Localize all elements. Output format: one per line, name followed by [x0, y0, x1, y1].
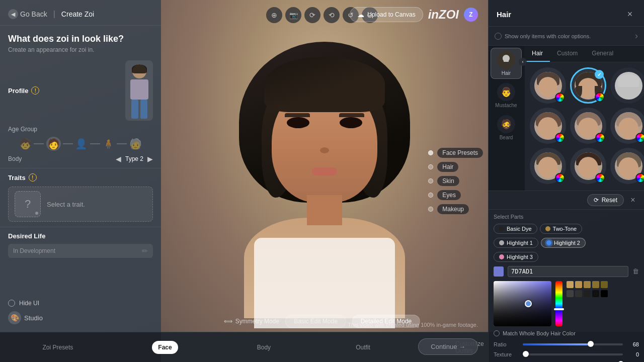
texture-handle[interactable]	[523, 351, 529, 357]
tab-hair-sub-general[interactable]: General	[585, 46, 620, 62]
ratio-handle[interactable]	[588, 341, 594, 347]
hue-slider[interactable]	[555, 281, 562, 326]
hair-style-5[interactable]	[570, 108, 606, 144]
profile-label: Profile	[8, 87, 28, 95]
match-whole-body-row[interactable]: Match Whole Body Hair Color	[494, 330, 639, 336]
swatch-dark-1[interactable]	[567, 290, 574, 297]
basic-edit-mode-button[interactable]: Basic Edit Mode	[285, 315, 346, 328]
swatch-dark-5[interactable]	[601, 290, 608, 297]
hair-style-9-color-ring	[635, 173, 644, 183]
hair-side-hair-item[interactable]: Hair ‹	[491, 48, 523, 79]
swatch-warm-3[interactable]	[584, 281, 591, 288]
match-whole-body-radio[interactable]	[494, 330, 500, 336]
title-separator: |	[53, 10, 55, 19]
reset-button[interactable]: ⟳ Reset	[587, 194, 624, 206]
texture-track[interactable]	[523, 353, 623, 355]
reset-bar: ⟳ Reset ×	[489, 191, 644, 210]
hair-style-3[interactable]	[610, 67, 644, 104]
face-eyes-dot	[428, 193, 433, 198]
desired-life-input[interactable]: In Development ✏	[8, 244, 153, 258]
tab-face[interactable]: Face	[152, 341, 178, 354]
age-infant-icon[interactable]: 🧒	[19, 138, 32, 150]
symmetry-mode-button[interactable]: ⟺ Symmetry Mode	[224, 318, 279, 325]
hex-input[interactable]	[508, 266, 628, 277]
highlight2-label: Highlight 2	[554, 240, 580, 246]
hair-type-beard-btn[interactable]: 🧔 Beard	[491, 112, 522, 143]
trait-dot	[35, 212, 38, 215]
delete-color-icon[interactable]: 🗑	[632, 267, 639, 275]
toolbar-transform-btn[interactable]: ⊕	[266, 7, 282, 23]
desired-life-title: Desired Life	[8, 232, 153, 240]
tab-body[interactable]: Body	[251, 341, 277, 354]
hair-style-2[interactable]: ✓	[570, 67, 606, 104]
toolbar-rotate-btn[interactable]: ⟲	[324, 7, 340, 23]
tab-outfit[interactable]: Outfit	[350, 341, 376, 354]
swatch-warm-2[interactable]	[575, 281, 582, 288]
tab-hair-sub-custom[interactable]: Custom	[550, 46, 585, 62]
face-menu-item-hair[interactable]: Hair	[428, 162, 483, 172]
hue-indicator	[554, 308, 564, 310]
continue-label: Continue →	[431, 343, 465, 350]
part-highlight3-btn[interactable]: Highlight 3	[494, 252, 538, 262]
body-nav: ◀ Type 2 ▶	[116, 155, 153, 163]
face-menu-item-presets[interactable]: Face Presets	[428, 148, 483, 158]
toolbar-camera-btn[interactable]: 📷	[285, 7, 301, 23]
age-track-seg4	[117, 143, 127, 144]
hide-ui-button[interactable]: Hide UI	[8, 300, 39, 307]
swatch-warm-5[interactable]	[601, 281, 608, 288]
swatch-dark-4[interactable]	[592, 290, 599, 297]
hair-style-4[interactable]	[530, 108, 566, 144]
hair-style-7[interactable]	[530, 148, 566, 184]
color-gradient-picker[interactable]	[494, 281, 551, 326]
ratio-track[interactable]	[523, 343, 623, 345]
face-menu-item-skin[interactable]: Skin	[428, 176, 483, 186]
part-basic-dye-btn[interactable]: Basic Dye	[494, 224, 537, 234]
swatch-warm-4[interactable]	[592, 281, 599, 288]
studio-button[interactable]: 🎨 Studio	[8, 311, 43, 324]
hair-style-4-color-ring	[555, 133, 565, 143]
body-next-button[interactable]: ▶	[147, 155, 153, 163]
continue-button[interactable]: Continue →	[418, 338, 478, 355]
tab-hair-sub-hair[interactable]: Hair	[525, 46, 550, 62]
select-parts-label: Select Parts	[494, 214, 639, 220]
toolbar-reset-view-btn[interactable]: ⟳	[304, 7, 320, 23]
color-options-row[interactable]: Show only items with color options. ›	[489, 27, 644, 46]
swatch-dark-2[interactable]	[575, 290, 582, 297]
face-eyes-label: Eyes	[437, 190, 461, 200]
hair-style-1[interactable]	[530, 67, 566, 104]
upload-canvas-button[interactable]: ☁ Upload to Canvas	[350, 7, 423, 22]
swatch-dark-3[interactable]	[584, 290, 591, 297]
hs4-face	[538, 117, 558, 138]
hair-style-9[interactable]	[610, 148, 644, 184]
part-highlight2-btn[interactable]: Highlight 2	[541, 238, 586, 248]
trait-box[interactable]: ? Select a trait.	[8, 187, 153, 222]
inzoi-logo: inZOI	[428, 8, 459, 22]
part-highlight1-btn[interactable]: Highlight 1	[494, 238, 538, 248]
age-teen-icon[interactable]: 👤	[75, 138, 88, 150]
face-menu-item-eyes[interactable]: Eyes	[428, 190, 483, 200]
hair-panel-close-button[interactable]: ×	[624, 8, 636, 20]
tab-zoi-presets[interactable]: Zoi Presets	[37, 341, 79, 354]
left-eye	[287, 117, 309, 128]
hair-type-hair-label: Hair	[502, 70, 511, 76]
age-figures-row: 🧒 🧑 👤 🧍 🧓	[8, 137, 153, 151]
picker-cursor	[525, 300, 532, 307]
age-child-icon[interactable]: 🧑	[46, 137, 61, 151]
basic-edit-label: Basic Edit Mode	[294, 318, 338, 325]
swatch-row-warm	[567, 281, 608, 288]
hair-style-6[interactable]	[610, 108, 644, 144]
reset-close-button[interactable]: ×	[627, 194, 639, 206]
user-avatar[interactable]: Z	[464, 8, 478, 22]
swatch-warm-1[interactable]	[567, 281, 574, 288]
body-prev-button[interactable]: ◀	[116, 155, 121, 163]
hair-type-mustache-btn[interactable]: 👨 Mustache	[491, 80, 522, 111]
face-menu-item-makeup[interactable]: Makeup	[428, 204, 483, 214]
age-elder-icon[interactable]: 🧓	[129, 138, 142, 150]
color-options-checkbox[interactable]	[495, 33, 502, 40]
back-button[interactable]: ◀ Go Back	[8, 9, 47, 19]
hair-style-8[interactable]	[570, 148, 606, 184]
right-eye	[340, 117, 362, 128]
age-adult-icon[interactable]: 🧍	[102, 138, 115, 150]
hair-type-hair-btn[interactable]: Hair	[491, 48, 522, 79]
part-two-tone-btn[interactable]: Two-Tone	[540, 224, 583, 234]
